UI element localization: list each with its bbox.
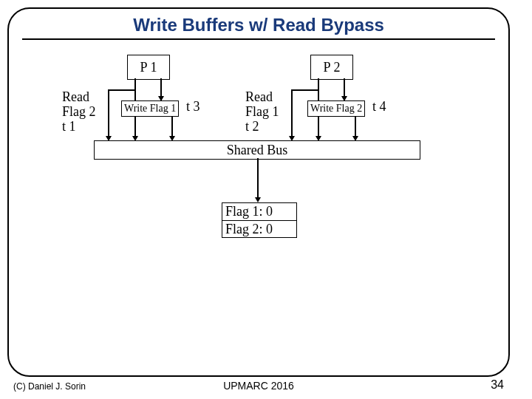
shared-bus: Shared Bus [94, 140, 420, 160]
flags-box: Flag 1: 0 Flag 2: 0 [222, 202, 297, 238]
arrow [355, 116, 356, 138]
arrow-head [341, 96, 347, 101]
flag2-value: Flag 2: 0 [225, 221, 293, 238]
arrow-head [255, 197, 261, 202]
arrow [134, 116, 136, 138]
slide-frame: Write Buffers w/ Read Bypass P 1 P 2 Rea… [7, 7, 510, 377]
p2-read-label: Read Flag 1 t 2 [245, 90, 279, 134]
arrow [291, 89, 293, 138]
page-number: 34 [491, 378, 504, 392]
p1-writebuf: Write Flag 1 [121, 100, 179, 117]
processor1-box: P 1 [127, 55, 170, 80]
venue: UPMARC 2016 [9, 380, 508, 392]
arrow [318, 116, 319, 138]
p2-writebuf: Write Flag 2 [307, 100, 365, 117]
slide-title: Write Buffers w/ Read Bypass [9, 15, 508, 35]
flag1-value: Flag 1: 0 [225, 203, 293, 220]
arrow [108, 89, 109, 138]
arrow-head [158, 96, 164, 101]
p1-t: t 3 [186, 99, 200, 115]
arrow [257, 158, 259, 199]
p2-t: t 4 [372, 99, 386, 115]
arrow [171, 116, 173, 138]
diagram-area: P 1 P 2 Read Flag 2 t 1 Read Flag 1 t 2 … [9, 40, 508, 247]
processor2-box: P 2 [310, 55, 353, 80]
arrow [292, 89, 318, 91]
p1-read-label: Read Flag 2 t 1 [62, 90, 96, 134]
arrow [109, 89, 135, 91]
